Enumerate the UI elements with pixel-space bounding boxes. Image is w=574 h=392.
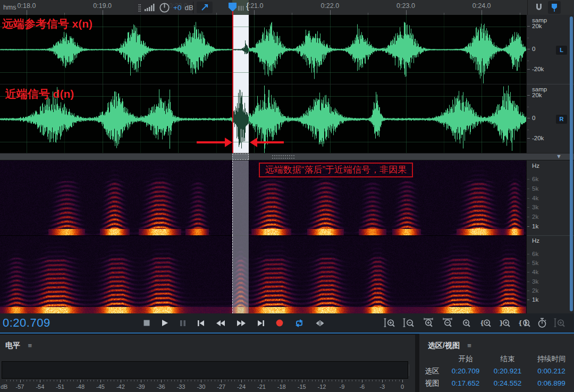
channel-L-button[interactable]: L: [556, 46, 567, 55]
spectrogram-track-right[interactable]: [0, 235, 526, 313]
annotation-arrow-right-icon: [250, 138, 257, 147]
meter-scale-tick: [315, 380, 316, 381]
channel-R-button[interactable]: R: [556, 115, 567, 124]
panel-divider[interactable]: [415, 334, 419, 392]
meter-scale-label: -45: [92, 384, 108, 390]
gain-unit: dB: [184, 4, 193, 12]
levels-panel-title: 电平: [5, 341, 20, 350]
auto-scroll-button[interactable]: [197, 2, 213, 13]
meter-scale-tick: [345, 380, 346, 381]
meter-scale-tick: [164, 380, 165, 381]
splitter-grip-icon[interactable]: [272, 155, 296, 159]
view-start-value[interactable]: 0:17.652: [445, 379, 486, 387]
record-button[interactable]: [276, 319, 283, 327]
scale-tick-label: 3k: [532, 204, 538, 210]
meter-scale-tick: [295, 380, 296, 381]
fast-forward-button[interactable]: [237, 320, 246, 327]
snap-toggle-button[interactable]: [533, 1, 545, 14]
vertical-scrollbar[interactable]: [570, 16, 573, 311]
meter-scale-label: -9: [334, 384, 350, 390]
meter-scale-tick: [211, 380, 212, 381]
panel-menu-icon[interactable]: ≡: [28, 342, 32, 350]
spectrogram-canvas-right[interactable]: [0, 236, 526, 314]
meter-scale-tick: [261, 380, 262, 382]
meter-scale-tick: [181, 380, 181, 382]
pause-button[interactable]: [180, 320, 186, 327]
meter-scale-tick: [385, 380, 386, 381]
meter-scale-tick: [67, 380, 67, 381]
meter-scale-tick: [268, 380, 269, 381]
meter-scale-tick: [251, 380, 252, 381]
level-bars-icon: [144, 3, 156, 12]
stop-button[interactable]: [144, 320, 150, 326]
selection-grill-icon: [238, 6, 244, 11]
zoom-to-selection-button[interactable]: ❴❵: [518, 318, 530, 328]
meter-scale-tick: [335, 380, 336, 381]
meter-scale-tick: [352, 380, 352, 381]
zoom-in-vertical-button[interactable]: [384, 318, 396, 328]
meter-scale-tick: [131, 380, 131, 381]
meter-scale-tick: [228, 380, 229, 381]
rewind-button[interactable]: [216, 320, 225, 327]
time-selection-band-spectrogram[interactable]: [232, 160, 249, 235]
meter-scale-tick: [60, 380, 61, 382]
meter-scale-tick: [225, 380, 225, 381]
skip-to-end-button[interactable]: [257, 320, 265, 327]
selection-duration-value[interactable]: 0:00.212: [529, 367, 574, 375]
meter-scale-tick: [258, 380, 259, 381]
playhead-time-display[interactable]: 0:20.709: [3, 316, 50, 330]
column-header-duration: 持续时间: [529, 354, 574, 364]
meter-scale-tick: [208, 380, 208, 381]
meter-scale-tick: [154, 380, 155, 381]
gain-value[interactable]: +0: [173, 4, 181, 12]
playhead-line[interactable]: [232, 15, 233, 153]
volume-hud[interactable]: +0 dB: [134, 0, 198, 15]
zoom-in-horizontal-button[interactable]: [422, 318, 435, 328]
add-marker-button[interactable]: [548, 1, 561, 14]
zoom-reset-button[interactable]: [460, 318, 473, 328]
timed-record-button[interactable]: [537, 318, 547, 328]
meter-scale-label: -24: [233, 384, 249, 390]
loop-playback-button[interactable]: [294, 319, 304, 327]
panel-menu-icon[interactable]: ≡: [467, 342, 471, 350]
skip-to-start-button[interactable]: [197, 320, 205, 327]
scale-tick: [527, 226, 529, 227]
zoom-in-left-edge-button[interactable]: ❴: [479, 318, 492, 328]
meter-scale-label: -15: [294, 384, 310, 390]
zoom-out-horizontal-button[interactable]: [441, 318, 454, 328]
gain-knob-icon[interactable]: [159, 2, 170, 13]
meter-scale-tick: [57, 380, 57, 381]
chevron-down-icon[interactable]: ▼: [556, 153, 562, 159]
view-end-value[interactable]: 0:24.552: [486, 379, 529, 387]
zoom-in-right-edge-button[interactable]: ❵: [499, 318, 511, 328]
skip-selection-button[interactable]: [315, 320, 325, 327]
meter-scale-tick: [359, 380, 359, 381]
meter-scale-tick: [372, 380, 373, 381]
meter-scale-tick: [47, 380, 47, 381]
meter-scale-tick: [201, 380, 201, 382]
meter-scale-tick: [97, 380, 98, 381]
panel-splitter[interactable]: [0, 153, 574, 160]
scale-tick-label: 2k: [532, 287, 538, 294]
view-duration-value[interactable]: 0:06.899: [529, 379, 574, 387]
meter-scale-tick: [218, 380, 218, 381]
selection-start-value[interactable]: 0:20.709: [445, 367, 486, 375]
meter-scale-tick: [40, 380, 40, 382]
meter-scale-tick: [312, 380, 313, 381]
meter-scale-tick: [382, 380, 383, 382]
meter-scale-tick: [114, 380, 114, 381]
timeline-ruler[interactable]: hms 0:18.00:19.00:20.00:21.00:22.00:23.0…: [0, 0, 574, 15]
play-button[interactable]: [161, 319, 168, 327]
zoom-inactive-button[interactable]: [554, 318, 567, 328]
selection-end-value[interactable]: 0:20.921: [486, 367, 529, 375]
scale-tick-label: 4k: [532, 195, 538, 201]
drag-grip-icon[interactable]: [138, 4, 141, 12]
ruler-tick: [254, 10, 255, 15]
time-selection-band-spectrogram[interactable]: [232, 235, 249, 313]
scale-tick: [527, 61, 529, 61]
zoom-out-vertical-button[interactable]: [403, 318, 416, 328]
scale-tick: [527, 179, 529, 180]
selection-edge-handle[interactable]: {: [246, 1, 249, 12]
meter-scale-tick: [141, 380, 141, 382]
meter-scale-tick: [161, 380, 162, 382]
